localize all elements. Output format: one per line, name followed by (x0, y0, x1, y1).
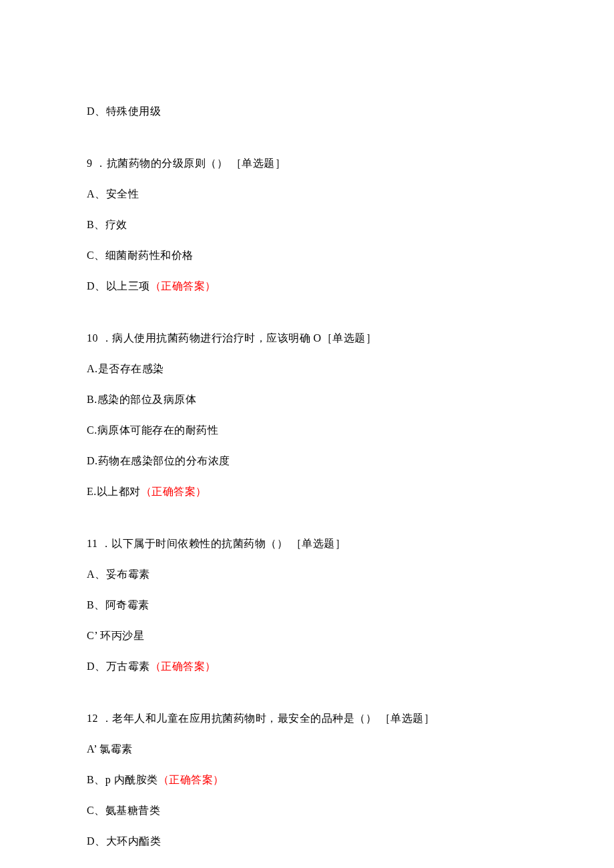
q9-option-a: A、安全性 (87, 186, 527, 202)
q10-option-d: D.药物在感染部位的分布浓度 (87, 453, 527, 469)
q10-option-e: E.以上都对（正确答案） (87, 484, 527, 500)
q9-option-d-text: D、以上三项 (87, 280, 150, 292)
q12-option-a: A’ 氯霉素 (87, 741, 527, 757)
q11-option-a: A、妥布霉素 (87, 566, 527, 582)
q9-option-b: B、疗效 (87, 217, 527, 233)
q12-correct-answer: （正确答案） (158, 774, 224, 785)
q9-stem: 9 ．抗菌药物的分级原则（） ［单选题］ (87, 155, 527, 171)
q9-option-d: D、以上三项（正确答案） (87, 278, 527, 294)
q9-option-c: C、细菌耐药性和价格 (87, 248, 527, 264)
q10-stem: 10 ．病人使用抗菌药物进行治疗时，应该明确 O［单选题］ (87, 330, 527, 346)
q12-option-b: B、p 内酰胺类（正确答案） (87, 772, 527, 788)
q12-option-d: D、大环内酯类 (87, 833, 527, 849)
q10-option-b: B.感染的部位及病原体 (87, 392, 527, 408)
q11-correct-answer: （正确答案） (150, 661, 216, 672)
q11-stem: 11 ．以下属于时间依赖性的抗菌药物（） ［单选题］ (87, 536, 527, 552)
q11-option-d-text: D、万古霉素 (87, 661, 150, 672)
q10-option-a: A.是否存在感染 (87, 361, 527, 377)
lead-option-d: D、特殊使用级 (87, 103, 527, 119)
q12-option-b-text: B、p 内酰胺类 (87, 774, 158, 785)
q11-option-d: D、万古霉素（正确答案） (87, 659, 527, 675)
q10-correct-answer: （正确答案） (141, 486, 207, 497)
q11-option-c: C’ 环丙沙星 (87, 628, 527, 644)
q10-option-e-text: E.以上都对 (87, 486, 141, 497)
q10-option-c: C.病原体可能存在的耐药性 (87, 422, 527, 438)
q9-correct-answer: （正确答案） (150, 280, 216, 292)
q11-option-b: B、阿奇霉素 (87, 597, 527, 613)
q12-stem: 12 ．老年人和儿童在应用抗菌药物时，最安全的品种是（） ［单选题］ (87, 711, 527, 727)
q12-option-c: C、氨基糖昔类 (87, 803, 527, 819)
